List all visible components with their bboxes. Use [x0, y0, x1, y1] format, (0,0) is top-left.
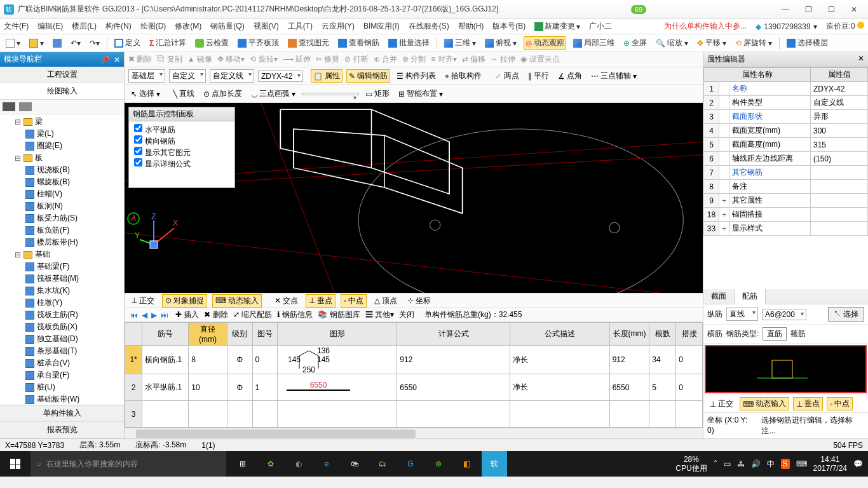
- split-button[interactable]: ⊗ 分割: [402, 54, 426, 65]
- mid-snap[interactable]: ◦ 中点: [341, 294, 367, 308]
- scale-button[interactable]: ⤢ 缩尺配筋: [233, 309, 272, 320]
- taskbar-app-4[interactable]: ⊕: [426, 451, 451, 477]
- rebar-row[interactable]: 1*横向钢筋.18Φ0250145145136912净长912340: [125, 346, 703, 374]
- rebar-info-button[interactable]: ℹ 钢筋信息: [277, 309, 313, 320]
- align-button[interactable]: ≡ 对齐▾: [431, 54, 456, 65]
- rebar-preview[interactable]: [705, 345, 867, 393]
- menu-cloud[interactable]: 云应用(Y): [322, 21, 355, 32]
- tree-item[interactable]: 基础板带(W): [0, 393, 124, 405]
- 3d-viewport[interactable]: A 钢筋显示控制面板 水平纵筋 横向钢筋 显示其它图元 显示详细公式 X Y Z: [125, 103, 703, 293]
- tray-net-icon[interactable]: 🖧: [737, 459, 745, 468]
- rp-ortho[interactable]: ⊥ 正交: [707, 397, 736, 410]
- tree-item[interactable]: 筏板负筋(X): [0, 321, 124, 333]
- taskbar-app-5[interactable]: ◧: [454, 451, 479, 477]
- cloud-check-button[interactable]: 云检查: [193, 36, 231, 50]
- type-straight[interactable]: 直筋: [763, 327, 787, 341]
- property-row[interactable]: 33+显示样式: [704, 222, 868, 236]
- rebar-table[interactable]: 筋号 直径(mm) 级别 图号 图形 计算公式 公式描述 长度(mm) 根数 搭…: [125, 322, 703, 428]
- cpu-meter[interactable]: 28%CPU使用: [675, 455, 707, 473]
- property-table[interactable]: 属性名称属性值 1名称ZDYX-422构件类型自定义线3截面形状异形4截面宽度(…: [703, 67, 868, 236]
- tree-item[interactable]: 螺旋板(B): [0, 176, 124, 188]
- stretch-button[interactable]: ↔ 拉伸: [491, 54, 515, 65]
- kind-combo[interactable]: 自定义: [169, 69, 206, 83]
- opt-horizontal-bar[interactable]: 水平纵筋: [134, 124, 229, 135]
- tree-item[interactable]: 板负筋(F): [0, 224, 124, 236]
- type-stirrup[interactable]: 箍筋: [790, 329, 806, 339]
- sum-button[interactable]: Σ∑ 汇总计算 汇总计算: [147, 36, 188, 50]
- menu-help[interactable]: 帮助(H): [458, 21, 484, 32]
- warning-link[interactable]: 为什么单构件输入中参...: [664, 21, 747, 32]
- menu-modify[interactable]: 修改(M): [175, 21, 201, 32]
- tree-item[interactable]: ⊟板: [0, 152, 124, 164]
- component-list-button[interactable]: ☰ 构件列表: [394, 69, 438, 83]
- open-button[interactable]: ▾: [27, 37, 46, 49]
- taskbar-explorer[interactable]: 🗂: [370, 451, 395, 477]
- opt-show-formula[interactable]: 显示详细公式: [134, 158, 229, 170]
- component-tree[interactable]: ⊟梁梁(L)圈梁(E)⊟板现浇板(B)螺旋板(B)柱帽(V)板洞(N)板受力筋(…: [0, 114, 124, 405]
- taskbar-app-1[interactable]: ✿: [258, 451, 283, 477]
- tree-item[interactable]: 独立基础(D): [0, 333, 124, 345]
- smart-layout-button[interactable]: ⊞ 智能布置▾: [396, 87, 445, 100]
- close-button[interactable]: ✕: [848, 5, 860, 14]
- rp-perp[interactable]: ⊥ 垂点: [793, 397, 823, 410]
- menu-bim[interactable]: BIM应用(I): [363, 21, 400, 32]
- tree-item[interactable]: 梁(L): [0, 128, 124, 140]
- tree-item[interactable]: 承台梁(F): [0, 369, 124, 381]
- rebar-row[interactable]: 2水平纵筋.110Φ165506550净长655050: [125, 374, 703, 401]
- insert-row-button[interactable]: ✚ 插入: [175, 309, 199, 320]
- tray-volume-icon[interactable]: 🔊: [751, 459, 761, 468]
- end-snap[interactable]: △ 顶点: [372, 295, 400, 307]
- opt-show-others[interactable]: 显示其它图元: [134, 147, 229, 158]
- tab-rebar-config[interactable]: 配筋: [735, 289, 766, 304]
- tree-item[interactable]: 柱帽(V): [0, 188, 124, 200]
- menu-online[interactable]: 在线服务(S): [409, 21, 449, 32]
- rp-dyn[interactable]: ⌨ 动态输入: [740, 397, 789, 410]
- zoom-button[interactable]: 🔍缩放▾: [654, 36, 690, 50]
- three-aux-button[interactable]: ⋯ 三点辅轴▾: [588, 69, 639, 83]
- dyninput-toggle[interactable]: ⌨ 动态输入: [212, 294, 262, 308]
- tray-keyboard-icon[interactable]: ⌨: [796, 459, 807, 468]
- line-button[interactable]: ╲ 直线: [170, 87, 197, 100]
- taskbar-app-current[interactable]: 软: [482, 451, 507, 477]
- long-spec-combo[interactable]: A6@200: [762, 309, 806, 320]
- setpoint-button[interactable]: ◉ 设置夹点: [520, 54, 559, 65]
- mirror-button[interactable]: ▲ 镜像: [187, 54, 212, 65]
- floor-combo[interactable]: 基础层: [128, 69, 165, 83]
- flat-button[interactable]: 平齐板顶: [236, 36, 281, 50]
- expand-icon[interactable]: [3, 102, 15, 111]
- component-combo[interactable]: ZDYX-42: [258, 71, 303, 82]
- tree-item[interactable]: ⊟梁: [0, 116, 124, 128]
- property-row[interactable]: 18+锚固搭接: [704, 208, 868, 222]
- screen-rotate-button[interactable]: ⟲屏旋转▾: [733, 36, 774, 50]
- tab-single-input[interactable]: 单构件输入: [0, 405, 124, 422]
- select-rebar-button[interactable]: ↖ 选择: [828, 307, 864, 322]
- menu-edit[interactable]: 编辑(E): [37, 21, 63, 32]
- delete-row-button[interactable]: ✖ 删除: [204, 309, 227, 320]
- define-button[interactable]: 定义: [112, 36, 142, 50]
- view-rebar-button[interactable]: 查看钢筋: [336, 36, 381, 50]
- nav-arrows[interactable]: ⏮◀▶⏭: [128, 311, 170, 320]
- tray-clock[interactable]: 14:412017/7/24: [813, 455, 847, 473]
- tree-item[interactable]: ⊟基础: [0, 248, 124, 261]
- taskbar-app-2[interactable]: ◐: [286, 451, 311, 477]
- rp-mid[interactable]: ◦ 中点: [827, 397, 853, 410]
- new-button[interactable]: ▾: [4, 37, 22, 49]
- save-button[interactable]: [51, 37, 64, 49]
- merge-button[interactable]: ⊕ 合并: [374, 54, 397, 65]
- taskbar-search[interactable]: ○ 在这里输入你要搜索的内容: [31, 451, 226, 477]
- trim-button[interactable]: ✂ 修剪: [316, 54, 339, 65]
- task-view-icon[interactable]: ⊞: [230, 451, 255, 477]
- move-button[interactable]: ✥ 移动▾: [217, 54, 245, 65]
- offset-button[interactable]: ⇄ 偏移: [462, 54, 485, 65]
- tab-report-preview[interactable]: 报表预览: [0, 422, 124, 438]
- opt-transverse-bar[interactable]: 横向钢筋: [134, 135, 229, 147]
- taskbar-store[interactable]: 🛍: [342, 451, 367, 477]
- tray-notifications-icon[interactable]: 💬: [853, 459, 863, 468]
- property-row[interactable]: 3截面形状异形: [704, 110, 868, 124]
- arc3-button[interactable]: ◡ 三点画弧▾: [248, 87, 298, 100]
- horizontal-scrollbar[interactable]: [125, 428, 703, 438]
- break-button[interactable]: ⊘ 打断: [344, 54, 368, 65]
- pan-button[interactable]: ✥平移▾: [695, 36, 728, 50]
- menu-component[interactable]: 构件(N): [105, 21, 132, 32]
- pick-floor-button[interactable]: 选择楼层: [785, 36, 830, 50]
